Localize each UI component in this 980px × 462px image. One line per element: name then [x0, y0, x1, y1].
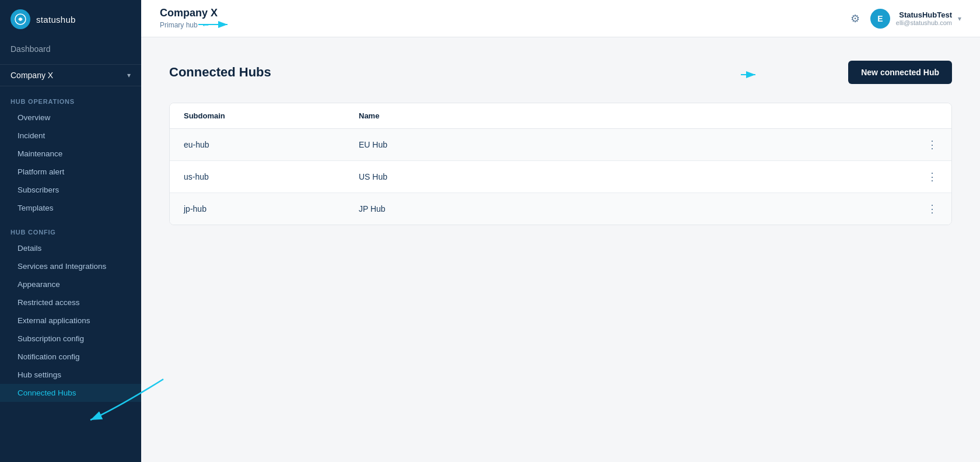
- main-content-area: Company X Primary hub ← ⚙ E StatusHubTes…: [141, 0, 980, 462]
- column-header-subdomain: Subdomain: [184, 111, 359, 120]
- topbar-right: ⚙ E StatusHubTest elli@statushub.com ▾: [850, 9, 961, 29]
- sidebar-item-hub-settings[interactable]: Hub settings: [0, 366, 141, 384]
- user-name: StatusHubTest: [896, 10, 952, 19]
- sidebar-item-restricted[interactable]: Restricted access: [0, 293, 141, 312]
- topbar: Company X Primary hub ← ⚙ E StatusHubTes…: [141, 0, 980, 37]
- page-title: Company X: [160, 7, 218, 19]
- sidebar-item-subscribers[interactable]: Subscribers: [0, 181, 141, 199]
- table-row: jp-hub JP Hub ⋮: [170, 193, 951, 225]
- user-menu-chevron-icon: ▾: [958, 15, 961, 23]
- sidebar: statushub Dashboard Company X ▾ Hub Oper…: [0, 0, 141, 462]
- sidebar-company-name: Company X: [10, 71, 53, 80]
- sidebar-item-templates[interactable]: Templates: [0, 199, 141, 217]
- sidebar-section-hub-operations: Hub Operations Overview Incident Mainten…: [0, 86, 141, 217]
- svg-point-1: [19, 18, 22, 21]
- cell-name-1: US Hub: [359, 172, 908, 181]
- table-row: us-hub US Hub ⋮: [170, 161, 951, 193]
- sidebar-logo: statushub: [0, 0, 141, 38]
- topbar-left: Company X Primary hub ←: [160, 7, 218, 30]
- sidebar-item-services[interactable]: Services and Integrations: [0, 257, 141, 275]
- cell-subdomain-2: jp-hub: [184, 204, 359, 214]
- sidebar-item-details[interactable]: Details: [0, 239, 141, 257]
- new-connected-hub-button[interactable]: New connected Hub: [848, 61, 952, 84]
- sidebar-item-subscription-config[interactable]: Subscription config: [0, 330, 141, 348]
- table-header: Subdomain Name: [170, 103, 951, 129]
- content: Connected Hubs New connected Hub Subdoma…: [141, 37, 980, 462]
- sidebar-item-maintenance[interactable]: Maintenance: [0, 145, 141, 163]
- topbar-subtitle: Primary hub ←: [160, 20, 218, 30]
- cell-name-0: EU Hub: [359, 140, 908, 149]
- column-header-actions: [908, 111, 937, 120]
- sidebar-item-appearance[interactable]: Appearance: [0, 275, 141, 293]
- sidebar-section-label-operations: Hub Operations: [0, 86, 141, 108]
- sidebar-section-label-config: Hub Config: [0, 217, 141, 239]
- sidebar-item-dashboard[interactable]: Dashboard: [0, 38, 141, 64]
- logo-icon: [10, 9, 30, 29]
- logo-text: statushub: [36, 15, 76, 24]
- sidebar-item-incident[interactable]: Incident: [0, 127, 141, 145]
- sidebar-section-hub-config: Hub Config Details Services and Integrat…: [0, 217, 141, 402]
- avatar: E: [870, 9, 890, 29]
- sidebar-item-connected-hubs[interactable]: Connected Hubs: [0, 384, 141, 402]
- chevron-down-icon: ▾: [127, 71, 131, 79]
- table-row: eu-hub EU Hub ⋮: [170, 129, 951, 161]
- cell-name-2: JP Hub: [359, 204, 908, 214]
- sidebar-company-selector[interactable]: Company X ▾: [0, 64, 141, 86]
- primary-hub-arrow-icon: ←: [201, 20, 211, 30]
- user-email: elli@statushub.com: [896, 19, 952, 26]
- content-header: Connected Hubs New connected Hub: [169, 61, 952, 84]
- user-menu[interactable]: E StatusHubTest elli@statushub.com ▾: [870, 9, 961, 29]
- sidebar-item-platform-alert[interactable]: Platform alert: [0, 163, 141, 181]
- primary-hub-label: Primary hub: [160, 21, 198, 29]
- row-actions-menu-1[interactable]: ⋮: [908, 170, 937, 183]
- settings-icon[interactable]: ⚙: [850, 12, 860, 25]
- row-actions-menu-0[interactable]: ⋮: [908, 138, 937, 151]
- row-actions-menu-2[interactable]: ⋮: [908, 202, 937, 215]
- column-header-name: Name: [359, 111, 908, 120]
- sidebar-item-external[interactable]: External applications: [0, 312, 141, 330]
- cell-subdomain-0: eu-hub: [184, 140, 359, 149]
- cell-subdomain-1: us-hub: [184, 172, 359, 181]
- connected-hubs-table: Subdomain Name eu-hub EU Hub ⋮ us-hub US…: [169, 103, 952, 225]
- sidebar-item-overview[interactable]: Overview: [0, 108, 141, 127]
- sidebar-item-notification-config[interactable]: Notification config: [0, 348, 141, 366]
- user-info: StatusHubTest elli@statushub.com: [896, 10, 952, 26]
- content-title: Connected Hubs: [169, 65, 271, 80]
